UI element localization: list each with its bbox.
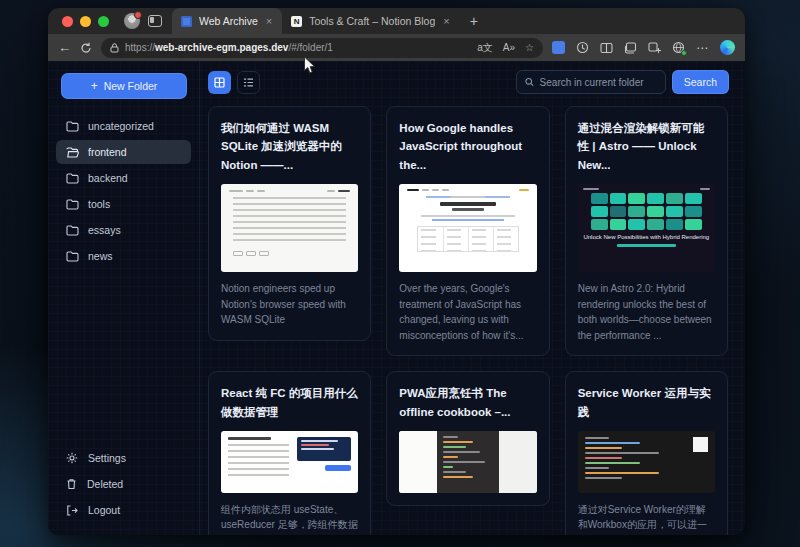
logout-icon [66,505,78,516]
trash-icon [66,478,77,490]
sidebar-item-essays[interactable]: essays [56,218,191,242]
minimize-window-button[interactable] [80,16,91,27]
sidebar-item-tools[interactable]: tools [56,192,191,216]
card-description: Notion engineers sped up Notion's browse… [221,281,358,328]
search-button[interactable]: Search [672,70,729,94]
card-thumbnail: Unlock New Possibilities with Hybrid Ren… [578,184,715,272]
search-icon [525,77,534,87]
plus-icon: + [91,79,98,93]
sidebar-item-backend[interactable]: backend [56,166,191,190]
tab-close-icon[interactable]: × [442,15,450,27]
copilot-icon[interactable] [720,40,735,55]
sidebar-item-deleted[interactable]: Deleted [56,472,191,496]
grid-view-button[interactable] [208,71,231,94]
folder-label: essays [88,224,121,236]
card-thumbnail [578,431,715,493]
notion-favicon: N [291,16,302,27]
maximize-window-button[interactable] [98,16,109,27]
main-panel: Search 我们如何通过 WASM SQLite 加速浏览器中的 Notion… [200,61,745,535]
card-thumbnail [399,184,536,272]
card-title: 通过混合渲染解锁新可能性 | Astro —— Unlock New... [578,119,715,174]
card-astro-hybrid-rendering[interactable]: 通过混合渲染解锁新可能性 | Astro —— Unlock New... Un… [565,106,728,356]
card-notion-wasm-sqlite[interactable]: 我们如何通过 WASM SQLite 加速浏览器中的 Notion ——... … [208,106,371,341]
sidebar-item-uncategorized[interactable]: uncategorized [56,114,191,138]
card-title: Service Worker 运用与实践 [578,384,715,421]
toolbar-right-icons: ⋯ [552,40,735,55]
grid-icon [214,77,225,88]
card-title: How Google handles JavaScript throughout… [399,119,536,174]
close-window-button[interactable] [62,16,73,27]
sidebar-item-frontend[interactable]: frontend [56,140,191,164]
browser-toolbar: ← https://web-archive-egm.pages.dev/#/fo… [48,34,745,61]
address-bar[interactable]: https://web-archive-egm.pages.dev/#/fold… [101,38,543,58]
card-thumbnail [221,431,358,493]
card-title: React 纯 FC 的项目用什么做数据管理 [221,384,358,421]
tab-bar: Web Archive × N Tools & Craft – Notion B… [48,8,745,34]
thumbnail-caption: Unlock New Possibilities with Hybrid Ren… [583,234,710,242]
tab-title: Web Archive [199,15,258,27]
search-input[interactable] [540,77,657,88]
card-description: 组件内部状态用 useState、useReducer 足够，跨组件数据共享用 … [221,502,358,535]
workspaces-icon[interactable] [148,15,162,27]
card-google-javascript[interactable]: How Google handles JavaScript throughout… [386,106,549,356]
favorite-star-icon[interactable]: ☆ [525,42,534,53]
lock-icon [110,43,119,53]
folder-label: backend [88,172,128,184]
extension-badge [681,50,687,56]
card-description: 通过对Service Worker的理解和Workbox的应用，可以进一步提升产… [578,502,715,535]
browser-window: Web Archive × N Tools & Craft – Notion B… [48,8,745,535]
tab-close-icon[interactable]: × [265,15,273,27]
folder-label: news [88,250,113,262]
qr-code [693,437,708,452]
more-menu-icon[interactable]: ⋯ [696,41,709,55]
sidebar-item-logout[interactable]: Logout [56,498,191,522]
extension-icon[interactable] [672,41,685,54]
folder-label: frontend [88,146,127,158]
card-description: Over the years, Google's treatment of Ja… [399,281,536,343]
web-archive-favicon [181,16,192,27]
collections-icon[interactable] [624,42,637,54]
history-icon[interactable] [576,41,589,54]
translate-icon[interactable]: a文 [477,41,493,55]
gear-icon [66,452,78,464]
folder-label: uncategorized [88,120,154,132]
new-folder-button[interactable]: + New Folder [61,73,187,99]
web-archive-app: + New Folder uncategorized frontend back… [48,61,745,535]
folder-label: tools [88,198,110,210]
split-screen-icon[interactable] [600,42,613,54]
card-offline-cookbook[interactable]: PWA应用烹饪书 The offline cookbook –... [386,371,549,506]
web-capture-icon[interactable] [648,42,661,54]
pinned-extension-icon[interactable] [552,41,565,54]
logout-label: Logout [88,504,120,516]
card-service-worker[interactable]: Service Worker 运用与实践 通过对Service Worker的理… [565,371,728,535]
reload-icon[interactable] [80,42,92,54]
folder-open-icon [66,147,79,158]
search-box[interactable] [516,70,666,94]
new-folder-label: New Folder [104,80,158,92]
folder-icon [66,173,79,184]
folder-icon [66,121,79,132]
profile-avatar[interactable] [124,13,140,29]
cards-grid: 我们如何通过 WASM SQLite 加速浏览器中的 Notion ——... … [208,106,728,535]
sidebar-item-news[interactable]: news [56,244,191,268]
list-view-button[interactable] [237,71,260,94]
card-description: New in Astro 2.0: Hybrid rendering unloc… [578,281,715,343]
read-aloud-icon[interactable]: A» [503,42,515,53]
folder-icon [66,225,79,236]
tab-notion-blog[interactable]: N Tools & Craft – Notion Blog × [282,8,460,34]
settings-label: Settings [88,452,126,464]
tab-web-archive[interactable]: Web Archive × [172,8,282,34]
list-icon [243,78,254,87]
folder-icon [66,199,79,210]
back-icon[interactable]: ← [58,41,71,54]
card-title: 我们如何通过 WASM SQLite 加速浏览器中的 Notion ——... [221,119,358,174]
new-tab-button[interactable]: + [460,13,488,29]
deleted-label: Deleted [87,478,123,490]
url-text: https://web-archive-egm.pages.dev/#/fold… [125,42,471,53]
sidebar-item-settings[interactable]: Settings [56,446,191,470]
main-header: Search [200,61,745,96]
tab-title: Tools & Craft – Notion Blog [309,15,435,27]
card-thumbnail [221,184,358,272]
sidebar: + New Folder uncategorized frontend back… [48,61,200,535]
card-react-fc-state[interactable]: React 纯 FC 的项目用什么做数据管理 [208,371,371,535]
